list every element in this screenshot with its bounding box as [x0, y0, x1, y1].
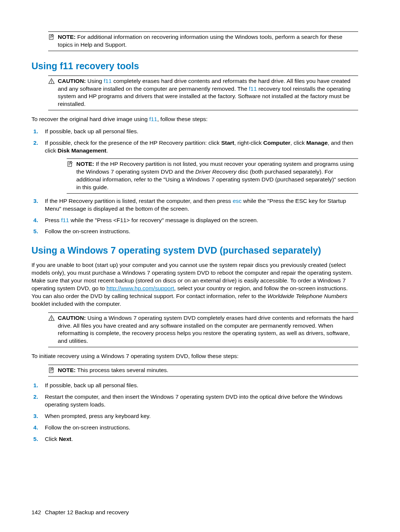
step-item: 3. If the HP Recovery partition is liste… [31, 197, 358, 213]
step-item: 5. Click Next. [31, 435, 358, 443]
step-text: If possible, back up all personal files. [45, 382, 358, 389]
caution-callout-f11: CAUTION: Using f11 completely erases har… [48, 76, 358, 111]
note-label: NOTE: [76, 161, 94, 167]
step-number: 4. [31, 217, 38, 224]
step-number: 5. [31, 435, 38, 443]
caution-icon [48, 78, 55, 84]
key-f11: f11 [149, 116, 157, 122]
win7-intro: To initiate recovery using a Windows 7 o… [31, 352, 358, 360]
heading-win7-dvd: Using a Windows 7 operating system DVD (… [31, 244, 358, 257]
caution-icon [48, 315, 55, 321]
step-number: 1. [31, 382, 38, 389]
step-item: 1. If possible, back up all personal fil… [31, 128, 358, 135]
step-text: If the HP Recovery partition is listed, … [45, 197, 358, 213]
step-number: 1. [31, 128, 38, 135]
chapter-label: Chapter 12 Backup and recovery [45, 509, 129, 515]
note-label: NOTE: [58, 34, 76, 40]
caution-body: CAUTION: Using a Windows 7 operating sys… [58, 314, 358, 345]
key-esc: esc [233, 198, 241, 204]
note-callout-partition: NOTE: If the HP Recovery partition is no… [67, 158, 358, 194]
step-number: 4. [31, 424, 38, 432]
note-icon [48, 34, 55, 40]
steps-list-f11-cont: 3. If the HP Recovery partition is liste… [31, 197, 358, 236]
step-item: 2. Restart the computer, and then insert… [31, 393, 358, 409]
note-label: NOTE: [58, 367, 76, 373]
note-callout-top: NOTE: For additional information on reco… [48, 31, 358, 51]
step-text: Follow the on-screen instructions. [45, 228, 358, 235]
step-item: 3. When prompted, press any keyboard key… [31, 412, 358, 420]
step-text: Restart the computer, and then insert th… [45, 393, 358, 409]
step-text: Press f11 while the "Press <F11> for rec… [45, 217, 358, 224]
step-text: Follow the on-screen instructions. [45, 424, 358, 432]
page-footer: 142 Chapter 12 Backup and recovery [31, 509, 129, 516]
page-number: 142 [31, 509, 41, 515]
caution-body: CAUTION: Using f11 completely erases har… [58, 77, 358, 108]
note-text: For additional information on recovering… [58, 34, 342, 48]
svg-point-5 [51, 319, 51, 320]
note-callout-minutes: NOTE: This process takes several minutes… [48, 365, 358, 377]
heading-f11-recovery: Using f11 recovery tools [31, 60, 358, 73]
note-text: This process takes several minutes. [77, 367, 168, 373]
step-number: 3. [31, 197, 38, 205]
caution-label: CAUTION: [58, 78, 86, 84]
step-item: 1. If possible, back up all personal fil… [31, 382, 358, 389]
step-item: 4. Follow the on-screen instructions. [31, 424, 358, 432]
note-body: NOTE: If the HP Recovery partition is no… [76, 160, 358, 191]
step-text: If possible, check for the presence of t… [45, 139, 358, 155]
key-f11: f11 [104, 78, 112, 84]
caution-text: Using a Windows 7 operating system DVD c… [58, 315, 354, 344]
steps-list-f11: 1. If possible, back up all personal fil… [31, 128, 358, 155]
svg-point-2 [51, 82, 51, 83]
step-number: 2. [31, 393, 38, 401]
step-text: If possible, back up all personal files. [45, 128, 358, 135]
intro-text: To recover the original hard drive image… [31, 116, 358, 123]
win7-paragraph: If you are unable to boot (start up) you… [31, 261, 358, 308]
step-text: When prompted, press any keyboard key. [45, 412, 358, 420]
note-body: NOTE: For additional information on reco… [58, 33, 358, 49]
caution-label: CAUTION: [58, 315, 86, 321]
step-text: Click Next. [45, 435, 358, 443]
step-item: 2. If possible, check for the presence o… [31, 139, 358, 155]
step-item: 5. Follow the on-screen instructions. [31, 228, 358, 235]
note-icon [48, 367, 55, 374]
caution-callout-win7: CAUTION: Using a Windows 7 operating sys… [48, 312, 358, 348]
step-number: 2. [31, 139, 38, 147]
note-icon [67, 161, 73, 167]
step-number: 5. [31, 228, 38, 235]
steps-list-win7: 1. If possible, back up all personal fil… [31, 382, 358, 443]
step-number: 3. [31, 412, 38, 420]
key-f11: f11 [61, 217, 69, 223]
step-item: 4. Press f11 while the "Press <F11> for … [31, 217, 358, 224]
hp-support-link[interactable]: http://www.hp.com/support [106, 285, 174, 291]
key-f11: f11 [249, 86, 257, 92]
note-body: NOTE: This process takes several minutes… [58, 367, 358, 374]
